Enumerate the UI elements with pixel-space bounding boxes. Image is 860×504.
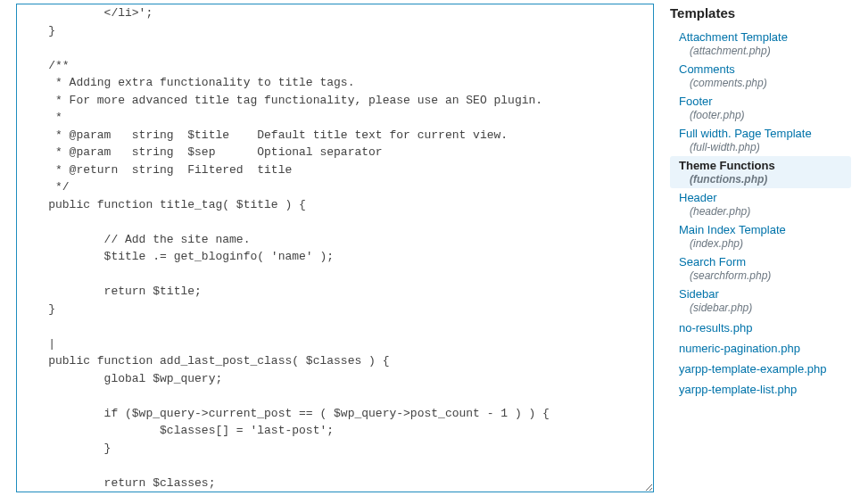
template-list-item[interactable]: Search Form(searchform.php) (670, 252, 851, 285)
template-list-item[interactable]: numeric-pagination.php (670, 339, 851, 358)
template-list-item[interactable]: Theme Functions(functions.php) (670, 156, 851, 188)
template-link[interactable]: Theme Functions (679, 159, 775, 172)
template-filename: (attachment.php) (679, 45, 851, 57)
template-list-item[interactable]: Header(header.php) (670, 188, 851, 220)
theme-file-editor[interactable] (16, 4, 654, 492)
template-link[interactable]: Full width. Page Template (679, 127, 812, 140)
template-link[interactable]: no-results.php (679, 321, 752, 335)
template-filename: (full-width.php) (679, 141, 851, 153)
template-file-list: Attachment Template(attachment.php)Comme… (670, 28, 851, 399)
template-list-item[interactable]: Sidebar(sidebar.php) (670, 285, 851, 317)
template-list-item[interactable]: no-results.php (670, 318, 851, 337)
template-filename: (functions.php) (679, 173, 851, 186)
template-link[interactable]: yarpp-template-list.php (679, 383, 797, 396)
template-link[interactable]: Main Index Template (679, 223, 786, 236)
template-link[interactable]: numeric-pagination.php (679, 342, 800, 355)
template-filename: (searchform.php) (679, 269, 851, 282)
template-list-item[interactable]: Comments(comments.php) (670, 60, 851, 92)
template-list-item[interactable]: yarpp-template-list.php (670, 380, 851, 399)
template-filename: (index.php) (679, 237, 851, 250)
template-link[interactable]: Comments (679, 62, 735, 76)
template-list-item[interactable]: Full width. Page Template(full-width.php… (670, 124, 851, 156)
template-filename: (sidebar.php) (679, 302, 851, 314)
template-link[interactable]: Header (679, 191, 717, 204)
template-list-item[interactable]: Main Index Template(index.php) (670, 220, 851, 252)
template-link[interactable]: Footer (679, 95, 713, 108)
template-link[interactable]: Search Form (679, 255, 746, 269)
template-link[interactable]: yarpp-template-example.php (679, 362, 826, 376)
template-list-item[interactable]: Attachment Template(attachment.php) (670, 28, 851, 60)
template-filename: (header.php) (679, 205, 851, 218)
template-filename: (footer.php) (679, 109, 851, 121)
template-filename: (comments.php) (679, 77, 851, 89)
template-link[interactable]: Attachment Template (679, 30, 788, 44)
template-list-item[interactable]: yarpp-template-example.php (670, 359, 851, 378)
template-list-item[interactable]: Footer(footer.php) (670, 92, 851, 124)
templates-heading: Templates (670, 5, 851, 21)
template-link[interactable]: Sidebar (679, 287, 719, 301)
templates-sidebar: Templates Attachment Template(attachment… (670, 4, 851, 500)
